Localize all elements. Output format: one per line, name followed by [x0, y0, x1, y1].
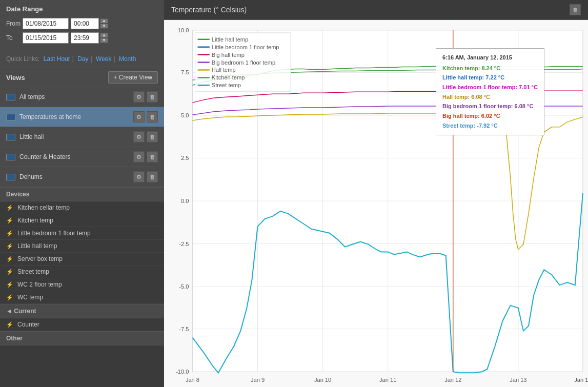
- quick-link-week[interactable]: Week: [96, 55, 111, 63]
- view-icon: [6, 94, 15, 100]
- svg-text:Jan 10: Jan 10: [314, 377, 331, 383]
- view-item-all-temps[interactable]: All temps ⚙ 🗑: [0, 87, 164, 107]
- device-street-temp[interactable]: ⚡ Street temp: [0, 266, 164, 278]
- device-wc-temp[interactable]: ⚡ WC temp: [0, 291, 164, 304]
- from-date-input[interactable]: [23, 18, 69, 29]
- date-range-title: Date Range: [6, 5, 158, 13]
- device-kitchen-temp[interactable]: ⚡ Kitchen temp: [0, 214, 164, 227]
- bolt-icon: ⚡: [6, 217, 13, 224]
- to-date-input[interactable]: [23, 32, 69, 44]
- view-gear-button[interactable]: ⚙: [133, 151, 145, 162]
- view-actions: ⚙ 🗑: [133, 111, 158, 123]
- bolt-icon: ⚡: [6, 205, 13, 211]
- device-name: Kitchen cellar temp: [17, 204, 70, 211]
- svg-text:-5.0: -5.0: [179, 283, 189, 290]
- device-name: Little hall temp: [17, 242, 57, 250]
- svg-text:2.5: 2.5: [181, 155, 189, 161]
- view-trash-button[interactable]: 🗑: [147, 131, 158, 142]
- svg-text:Jan 12: Jan 12: [444, 377, 461, 383]
- view-actions: ⚙ 🗑: [133, 131, 158, 142]
- chart-header: Temperature (° Celsius) 🗑: [164, 0, 588, 20]
- view-icon: [6, 154, 15, 160]
- view-item-counter-heaters[interactable]: Counter & Heaters ⚙ 🗑: [0, 147, 164, 167]
- create-view-button[interactable]: + Create View: [108, 71, 158, 84]
- view-name-dehums: Dehums: [19, 173, 133, 180]
- svg-text:0.0: 0.0: [181, 198, 189, 204]
- from-spin-up[interactable]: ▲: [100, 18, 108, 24]
- chart-title: Temperature (° Celsius): [171, 6, 247, 14]
- to-spin-down[interactable]: ▼: [100, 38, 108, 43]
- from-row: From ▲ ▼: [6, 18, 158, 29]
- device-little-bedroom-1-floor-temp[interactable]: ⚡ Little bedroom 1 floor temp: [0, 227, 164, 240]
- to-label: To: [6, 34, 23, 42]
- view-icon: [6, 134, 15, 140]
- quick-link-month[interactable]: Month: [119, 55, 136, 63]
- svg-text:10.0: 10.0: [178, 27, 189, 33]
- views-list: All temps ⚙ 🗑 Temperatures at home ⚙ 🗑 L…: [0, 87, 164, 187]
- device-name: Server box temp: [17, 255, 63, 262]
- to-time-input[interactable]: [71, 32, 99, 44]
- view-actions: ⚙ 🗑: [133, 91, 158, 103]
- bolt-icon: ⚡: [6, 294, 13, 301]
- svg-text:Hall temp: Hall temp: [212, 67, 236, 73]
- from-spinner: ▲ ▼: [100, 18, 108, 29]
- view-actions: ⚙ 🗑: [133, 171, 158, 182]
- devices-section: Devices ⚡ Kitchen cellar temp ⚡ Kitchen …: [0, 187, 164, 387]
- view-gear-button[interactable]: ⚙: [133, 91, 145, 103]
- device-name: Street temp: [17, 268, 49, 275]
- view-actions: ⚙ 🗑: [133, 151, 158, 162]
- view-trash-button[interactable]: 🗑: [147, 111, 158, 123]
- quick-link-day[interactable]: Day: [77, 55, 88, 63]
- svg-text:-10.0: -10.0: [176, 369, 189, 375]
- from-spin-down[interactable]: ▼: [100, 24, 108, 29]
- bolt-icon: ⚡: [6, 243, 13, 250]
- svg-text:Big bedroom 1 floor temp: Big bedroom 1 floor temp: [212, 59, 275, 66]
- devices-header: Devices: [0, 187, 164, 201]
- svg-text:-7.5: -7.5: [179, 326, 189, 332]
- view-trash-button[interactable]: 🗑: [147, 151, 158, 162]
- view-gear-button[interactable]: ⚙: [133, 171, 145, 182]
- chart-trash-button[interactable]: 🗑: [570, 4, 581, 15]
- view-item-little-hall[interactable]: Little hall ⚙ 🗑: [0, 127, 164, 147]
- svg-text:Street temp: Street temp: [212, 82, 241, 88]
- view-gear-button[interactable]: ⚙: [133, 131, 145, 142]
- from-label: From: [6, 20, 23, 27]
- view-gear-button[interactable]: ⚙: [133, 111, 145, 123]
- bolt-icon: ⚡: [6, 256, 13, 262]
- bolt-icon: ⚡: [6, 281, 13, 288]
- svg-text:Jan 13: Jan 13: [510, 377, 526, 383]
- device-wc-2-floor-temp[interactable]: ⚡ WC 2 floor temp: [0, 278, 164, 291]
- svg-text:Jan 14: Jan 14: [574, 377, 588, 383]
- view-item-temperatures-at-home[interactable]: Temperatures at home ⚙ 🗑: [0, 107, 164, 127]
- to-spinner: ▲ ▼: [100, 33, 108, 43]
- views-title: Views: [6, 74, 25, 82]
- view-name-temperatures-at-home: Temperatures at home: [19, 113, 133, 120]
- device-kitchen-cellar-temp[interactable]: ⚡ Kitchen cellar temp: [0, 201, 164, 214]
- from-time-input[interactable]: [71, 18, 99, 29]
- svg-text:Big hall temp: Big hall temp: [212, 52, 245, 58]
- device-name: WC 2 floor temp: [17, 281, 62, 288]
- svg-text:7.5: 7.5: [181, 69, 189, 75]
- device-counter[interactable]: ⚡ Counter: [0, 318, 164, 331]
- svg-text:Jan 11: Jan 11: [379, 377, 396, 383]
- other-header: Other: [0, 331, 164, 345]
- view-icon: [6, 114, 15, 120]
- quick-link-last-hour[interactable]: Last Hour: [44, 55, 70, 63]
- to-spin-up[interactable]: ▲: [100, 33, 108, 38]
- current-header: ◄ Current: [0, 304, 164, 318]
- view-trash-button[interactable]: 🗑: [147, 91, 158, 103]
- svg-text:Little bedroom 1 floor temp: Little bedroom 1 floor temp: [212, 44, 279, 50]
- svg-text:Jan 9: Jan 9: [251, 377, 265, 383]
- chart-area[interactable]: .grid-line { stroke: #d0d0d0; stroke-wid…: [164, 20, 588, 387]
- svg-text:Little hall temp: Little hall temp: [212, 36, 248, 43]
- device-name: Little bedroom 1 floor temp: [17, 230, 91, 237]
- lightning-icon: ⚡: [6, 321, 13, 328]
- left-panel: Date Range From ▲ ▼ To ▲ ▼ Quick Links: …: [0, 0, 164, 387]
- view-name-little-hall: Little hall: [19, 133, 133, 140]
- chart-svg: .grid-line { stroke: #d0d0d0; stroke-wid…: [164, 20, 588, 387]
- svg-text:Jan 8: Jan 8: [186, 377, 199, 383]
- view-item-dehums[interactable]: Dehums ⚙ 🗑: [0, 167, 164, 187]
- device-little-hall-temp[interactable]: ⚡ Little hall temp: [0, 240, 164, 253]
- device-server-box-temp[interactable]: ⚡ Server box temp: [0, 253, 164, 266]
- view-trash-button[interactable]: 🗑: [147, 171, 158, 182]
